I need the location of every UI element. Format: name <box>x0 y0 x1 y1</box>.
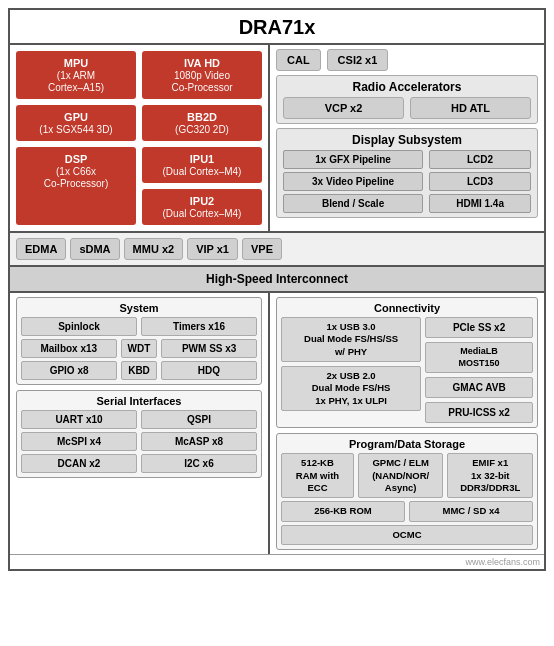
serial-title: Serial Interfaces <box>21 395 257 407</box>
system-title: System <box>21 302 257 314</box>
system-row3: GPIO x8 KBD HDQ <box>21 361 257 380</box>
serial-row1: UART x10 QSPI <box>21 410 257 429</box>
kbd-item: KBD <box>121 361 157 380</box>
storage-title: Program/Data Storage <box>281 438 533 450</box>
rom-item: 256-KB ROM <box>281 501 405 521</box>
mcspi-item: McSPI x4 <box>21 432 137 451</box>
mailbox-item: Mailbox x13 <box>21 339 117 358</box>
gpio-item: GPIO x8 <box>21 361 117 380</box>
emif-item: EMIF x1 1x 32-bit DDR3/DDR3L <box>447 453 533 498</box>
interconnect-row: High-Speed Interconnect <box>10 267 544 293</box>
system-row2: Mailbox x13 WDT PWM SS x3 <box>21 339 257 358</box>
hdq-item: HDQ <box>161 361 257 380</box>
right-block: CAL CSI2 x1 Radio Accelerators VCP x2 HD… <box>270 45 544 231</box>
qspi-item: QSPI <box>141 410 257 429</box>
display-subsystem: Display Subsystem 1x GFX Pipeline LCD2 3… <box>276 128 538 218</box>
radio-title: Radio Accelerators <box>283 80 531 94</box>
mmu-item: MMU x2 <box>124 238 184 260</box>
display-row-2: 3x Video Pipeline LCD3 <box>283 172 531 191</box>
pwm-item: PWM SS x3 <box>161 339 257 358</box>
watermark: www.elecfans.com <box>10 555 544 569</box>
hd-atl-button: HD ATL <box>410 97 531 119</box>
radio-accel-section: Radio Accelerators VCP x2 HD ATL <box>276 75 538 124</box>
usb30-box: 1x USB 3.0 Dual Mode FS/HS/SS w/ PHY <box>281 317 421 362</box>
vip-item: VIP x1 <box>187 238 238 260</box>
conn-inner: 1x USB 3.0 Dual Mode FS/HS/SS w/ PHY 2x … <box>281 317 533 423</box>
medialb-btn: MediaLB MOST150 <box>425 342 533 373</box>
blend-button: Blend / Scale <box>283 194 423 213</box>
bus-row: EDMA sDMA MMU x2 VIP x1 VPE <box>10 231 544 267</box>
lcd2-button: LCD2 <box>429 150 531 169</box>
main-container: DRA71x MPU (1x ARM Cortex–A15) IVA HD 10… <box>8 8 546 571</box>
storage-section: Program/Data Storage 512-KB RAM with ECC… <box>276 433 538 550</box>
storage-top: 512-KB RAM with ECC GPMC / ELM (NAND/NOR… <box>281 453 533 498</box>
gpu-box: GPU (1x SGX544 3D) <box>16 105 136 141</box>
mmc-item: MMC / SD x4 <box>409 501 533 521</box>
ipu-col: IPU1 (Dual Cortex–M4) IPU2 (Dual Cortex–… <box>142 147 262 225</box>
edma-item: EDMA <box>16 238 66 260</box>
dcan-item: DCAN x2 <box>21 454 137 473</box>
ocmc-item: OCMC <box>281 525 533 545</box>
dsp-box: DSP (1x C66x Co-Processor) <box>16 147 136 225</box>
connectivity-section: Connectivity 1x USB 3.0 Dual Mode FS/HS/… <box>276 297 538 428</box>
vpe-item: VPE <box>242 238 282 260</box>
conn-left: 1x USB 3.0 Dual Mode FS/HS/SS w/ PHY 2x … <box>281 317 421 423</box>
uart-item: UART x10 <box>21 410 137 429</box>
serial-row3: DCAN x2 I2C x6 <box>21 454 257 473</box>
storage-row2: 256-KB ROM MMC / SD x4 <box>281 501 533 521</box>
spinlock-item: Spinlock <box>21 317 137 336</box>
wdt-item: WDT <box>121 339 158 358</box>
display-row-1: 1x GFX Pipeline LCD2 <box>283 150 531 169</box>
storage-row3: OCMC <box>281 525 533 545</box>
ram-item: 512-KB RAM with ECC <box>281 453 354 498</box>
timers-item: Timers x16 <box>141 317 257 336</box>
conn-right: PCIe SS x2 MediaLB MOST150 GMAC AVB PRU-… <box>425 317 533 423</box>
display-row-3: Blend / Scale HDMI 1.4a <box>283 194 531 213</box>
bb2d-box: BB2D (GC320 2D) <box>142 105 262 141</box>
iva-hd-box: IVA HD 1080p Video Co-Processor <box>142 51 262 99</box>
hdmi-button: HDMI 1.4a <box>429 194 531 213</box>
gpmc-item: GPMC / ELM (NAND/NOR/ Async) <box>358 453 444 498</box>
bottom-section: System Spinlock Timers x16 Mailbox x13 W… <box>10 293 544 555</box>
video-button: 3x Video Pipeline <box>283 172 423 191</box>
display-title: Display Subsystem <box>283 133 531 147</box>
gfx-button: 1x GFX Pipeline <box>283 150 423 169</box>
system-row1: Spinlock Timers x16 <box>21 317 257 336</box>
pru-btn: PRU-ICSS x2 <box>425 402 533 423</box>
sdma-item: sDMA <box>70 238 119 260</box>
cal-csi-row: CAL CSI2 x1 <box>276 49 538 71</box>
cal-button: CAL <box>276 49 321 71</box>
gmac-btn: GMAC AVB <box>425 377 533 398</box>
serial-section: Serial Interfaces UART x10 QSPI McSPI x4… <box>16 390 262 478</box>
system-section: System Spinlock Timers x16 Mailbox x13 W… <box>16 297 262 385</box>
bottom-left: System Spinlock Timers x16 Mailbox x13 W… <box>10 293 270 554</box>
pcie-btn: PCIe SS x2 <box>425 317 533 338</box>
bottom-right: Connectivity 1x USB 3.0 Dual Mode FS/HS/… <box>270 293 544 554</box>
connectivity-title: Connectivity <box>281 302 533 314</box>
ipu2-box: IPU2 (Dual Cortex–M4) <box>142 189 262 225</box>
lcd3-button: LCD3 <box>429 172 531 191</box>
mcasp-item: McASP x8 <box>141 432 257 451</box>
mpu-box: MPU (1x ARM Cortex–A15) <box>16 51 136 99</box>
left-block: MPU (1x ARM Cortex–A15) IVA HD 1080p Vid… <box>10 45 270 231</box>
ipu1-box: IPU1 (Dual Cortex–M4) <box>142 147 262 183</box>
usb20-box: 2x USB 2.0 Dual Mode FS/HS 1x PHY, 1x UL… <box>281 366 421 411</box>
vcp-button: VCP x2 <box>283 97 404 119</box>
page-title: DRA71x <box>10 10 544 43</box>
radio-row: VCP x2 HD ATL <box>283 97 531 119</box>
serial-row2: McSPI x4 McASP x8 <box>21 432 257 451</box>
i2c-item: I2C x6 <box>141 454 257 473</box>
top-section: MPU (1x ARM Cortex–A15) IVA HD 1080p Vid… <box>10 43 544 231</box>
csi2-button: CSI2 x1 <box>327 49 389 71</box>
